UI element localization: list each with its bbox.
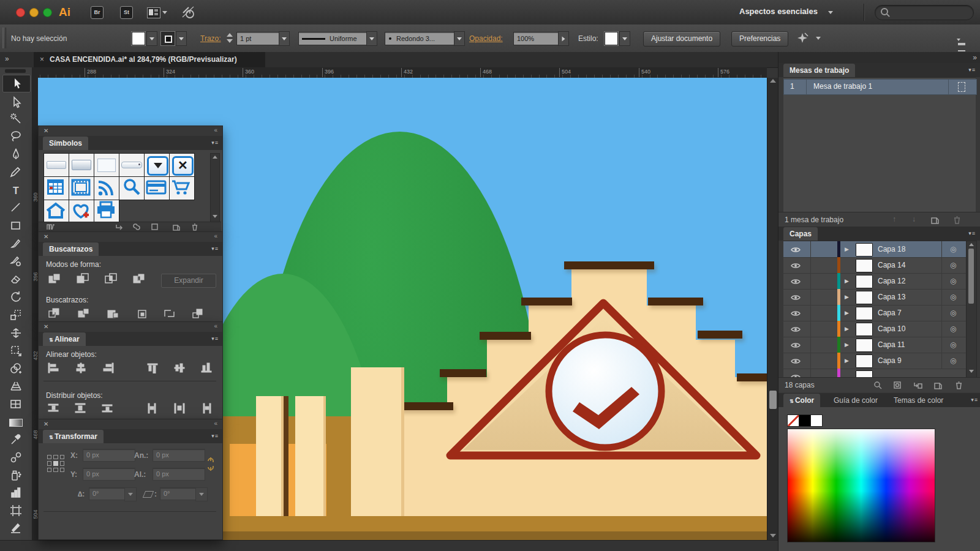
stroke-weight-stepper[interactable] [227, 32, 233, 43]
layer-thumbnail[interactable] [856, 275, 873, 288]
layer-name[interactable]: Capa 18 [878, 245, 905, 253]
layer-thumbnail[interactable] [856, 307, 873, 320]
panel-menu-icon[interactable]: ▾≡ [211, 335, 219, 342]
swatch-white[interactable] [810, 414, 823, 427]
layer-thumbnail[interactable] [856, 323, 873, 336]
color-spectrum[interactable] [787, 429, 935, 542]
align-bottom-button[interactable] [200, 362, 214, 375]
visibility-eye-icon[interactable] [791, 310, 801, 318]
blend-tool[interactable] [6, 451, 26, 467]
distribute-vcenter-button[interactable] [74, 403, 88, 416]
layer-thumbnail[interactable] [856, 354, 873, 368]
expand-layer-icon[interactable]: ▶ [845, 326, 849, 332]
layer-name[interactable]: Capa 14 [878, 261, 905, 269]
artboard-page-icon[interactable] [958, 82, 965, 92]
close-window-button[interactable] [16, 8, 25, 17]
layers-scrollbar[interactable] [966, 241, 977, 378]
distribute-bottom-button[interactable] [101, 403, 115, 416]
symbol-sprayer-tool[interactable] [6, 468, 26, 485]
panel-menu-icon[interactable]: ▾≡ [211, 246, 219, 252]
opacity-dropdown[interactable] [558, 31, 569, 46]
style-swatch[interactable] [605, 32, 618, 45]
brush-dropdown[interactable] [454, 31, 465, 46]
align-hcenter-button[interactable] [74, 362, 88, 375]
shape-mode-exclude-button[interactable] [132, 272, 147, 287]
swatch-black[interactable] [799, 414, 811, 427]
tools-panel-chevron-icon[interactable]: » [5, 54, 8, 63]
artboard-row[interactable]: 1 Mesa de trabajo 1 [783, 79, 977, 95]
layer-name[interactable]: Capa 7 [878, 309, 902, 317]
reference-point-locator[interactable] [47, 455, 64, 472]
scroll-up-icon[interactable] [213, 156, 217, 159]
tab-color[interactable]: ⇅ Color [783, 394, 820, 407]
gpu-performance-icon[interactable] [181, 6, 196, 20]
horizontal-ruler[interactable]: 288 324 360 396 432 468 504 540 576 [32, 67, 767, 78]
search-input[interactable] [875, 5, 974, 20]
close-panel-icon[interactable]: ✕ [43, 127, 48, 134]
line-segment-tool[interactable] [6, 201, 26, 217]
delete-layer-icon[interactable] [954, 381, 963, 391]
canvas-horizontal-scrollbar[interactable] [0, 540, 778, 551]
pathfinder-crop-button[interactable] [136, 308, 149, 321]
slice-tool[interactable] [6, 522, 26, 538]
layer-name[interactable]: Capa 10 [878, 324, 905, 333]
panel-menu-icon[interactable]: ▾≡ [971, 397, 978, 403]
scale-tool[interactable] [6, 309, 26, 325]
zoom-window-button[interactable] [43, 8, 52, 17]
artboard-name[interactable]: Mesa de trabajo 1 [813, 82, 872, 91]
rotate-tool[interactable] [6, 290, 26, 307]
symbol-tile-rss[interactable] [94, 176, 119, 200]
canvas-vertical-scrollbar[interactable] [767, 78, 778, 540]
align-top-button[interactable] [146, 362, 160, 375]
constrain-proportions-icon[interactable] [205, 456, 216, 472]
symbol-tile-heart[interactable] [69, 200, 94, 222]
symbol-tile-printer[interactable] [94, 200, 119, 222]
layer-thumbnail[interactable] [856, 259, 873, 272]
opacity-panel-link[interactable]: Opacidad: [469, 34, 503, 43]
visibility-eye-icon[interactable] [791, 278, 801, 287]
gradient-tool[interactable] [6, 415, 26, 432]
collapse-panel-icon[interactable]: « [214, 420, 217, 427]
pathfinder-minus-back-button[interactable] [191, 308, 205, 321]
visibility-eye-icon[interactable] [791, 326, 801, 334]
opacity-field[interactable]: 100% [513, 32, 561, 45]
layer-name[interactable]: Capa 9 [878, 356, 902, 365]
h-field[interactable]: 0 px [153, 468, 205, 481]
layer-thumbnail[interactable] [856, 339, 873, 352]
close-panel-icon[interactable]: ✕ [43, 233, 48, 240]
blob-brush-tool[interactable] [6, 255, 26, 271]
mesh-tool[interactable] [6, 397, 26, 414]
visibility-eye-icon[interactable] [791, 342, 801, 350]
visibility-eye-icon[interactable] [791, 294, 801, 302]
layer-name[interactable]: Capa 13 [878, 293, 905, 301]
target-icon[interactable]: ◎ [950, 277, 956, 285]
free-transform-tool[interactable] [6, 344, 26, 361]
paintbrush-tool[interactable] [6, 237, 26, 253]
column-graph-tool[interactable] [6, 486, 26, 503]
panel-menu-icon[interactable]: ▾≡ [211, 140, 219, 146]
clipping-mask-icon[interactable] [893, 381, 902, 391]
layer-row[interactable]: Capa 14 ◎ [783, 257, 966, 274]
tab-symbols[interactable]: Símbolos [43, 137, 88, 150]
scrollbar-up-icon[interactable] [770, 79, 776, 83]
align-vcenter-button[interactable] [173, 362, 187, 375]
symbol-tile-button[interactable] [69, 153, 94, 177]
control-bar-grip[interactable] [2, 28, 6, 48]
shear-dropdown[interactable] [195, 487, 208, 501]
distribute-right-button[interactable] [200, 403, 214, 416]
tab-color-guide[interactable]: Guía de color [827, 394, 884, 407]
new-sublayer-icon[interactable] [913, 381, 923, 391]
align-right-button[interactable] [101, 362, 115, 375]
collapse-dock-chevron-icon[interactable]: » [973, 53, 976, 62]
collapse-panel-icon[interactable]: « [214, 233, 217, 239]
shape-builder-tool[interactable] [6, 362, 26, 378]
target-icon[interactable]: ◎ [950, 356, 956, 365]
new-artboard-icon[interactable] [930, 216, 940, 226]
scroll-down-icon[interactable] [969, 370, 974, 373]
locate-object-icon[interactable] [873, 381, 883, 391]
x-field[interactable]: 0 px [83, 449, 135, 462]
distribute-left-button[interactable] [146, 403, 160, 416]
tools-panel-grip[interactable] [5, 69, 26, 73]
scrollbar-down-icon[interactable] [770, 534, 776, 538]
select-similar-icon[interactable] [796, 32, 810, 45]
